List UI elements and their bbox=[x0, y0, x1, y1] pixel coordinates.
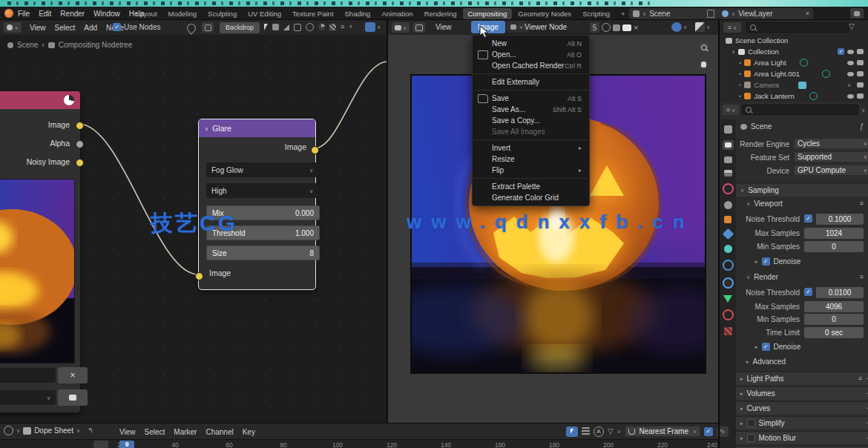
pack-image-icon[interactable] bbox=[622, 24, 631, 31]
simplify-section-header[interactable]: ▸✓Simplify⋯ bbox=[736, 416, 868, 429]
gizmo-triangle-icon[interactable] bbox=[283, 24, 289, 30]
only-selected-toggle-icon[interactable] bbox=[566, 426, 578, 437]
exclude-checkbox-icon[interactable]: ✓ bbox=[838, 48, 844, 55]
snap-toggle-icon[interactable]: ✓ bbox=[704, 427, 713, 436]
scene-selector[interactable]: ∨ Scene bbox=[629, 8, 718, 19]
render-layers-node[interactable]: Image Alpha Noisy Image bbox=[0, 90, 81, 413]
glare-size-slider[interactable]: Size8 bbox=[206, 246, 320, 260]
texture-icon[interactable] bbox=[329, 24, 336, 30]
editor-type-image-icon[interactable]: ∨ bbox=[392, 22, 410, 33]
overlays-menu-icon[interactable]: ≡ bbox=[341, 24, 344, 30]
area-split-border[interactable] bbox=[718, 20, 720, 448]
tab-physics-properties-icon[interactable] bbox=[723, 260, 734, 271]
render-visibility-icon[interactable] bbox=[857, 82, 864, 88]
render-engine-dropdown[interactable]: Cycles∨ bbox=[794, 138, 868, 149]
collapse-node-icon[interactable]: ∨ bbox=[205, 126, 208, 131]
tab-rendering[interactable]: Rendering bbox=[419, 8, 462, 19]
node-menu-add[interactable]: Add bbox=[79, 22, 102, 33]
noisy-image-output-socket[interactable] bbox=[76, 159, 84, 167]
render-visibility-icon[interactable] bbox=[857, 71, 864, 76]
menu-item-save-a-copy[interactable]: Save a Copy... bbox=[473, 115, 589, 126]
tab-tool-icon[interactable] bbox=[724, 125, 732, 134]
snap-node-icon[interactable] bbox=[272, 24, 279, 30]
image-editor-menu-view[interactable]: View bbox=[431, 22, 456, 33]
fake-user-icon[interactable] bbox=[602, 23, 611, 32]
editor-type-outliner-icon[interactable]: ≡∨ bbox=[723, 22, 741, 33]
filter-collapse-icon[interactable]: ↰ bbox=[88, 427, 93, 434]
viewport-noise-threshold-value[interactable]: 0.1000 bbox=[816, 214, 864, 225]
menu-item-flip[interactable]: Flip▸ bbox=[473, 165, 589, 176]
render-visibility-icon[interactable] bbox=[857, 60, 864, 65]
tab-scripting[interactable]: Scripting bbox=[577, 8, 615, 19]
node-menu-view[interactable]: View bbox=[25, 22, 50, 33]
dope-sheet-mode-icon[interactable] bbox=[23, 427, 31, 435]
dopesheet-menu-select[interactable]: Select bbox=[140, 426, 170, 438]
area-split-border[interactable] bbox=[387, 20, 388, 423]
playhead-current-frame[interactable]: 9 bbox=[119, 441, 134, 448]
editor-type-dope-sheet-icon[interactable] bbox=[4, 426, 13, 435]
tab-geometry-nodes[interactable]: Geometry Nodes bbox=[513, 8, 576, 19]
pin-icon[interactable] bbox=[185, 22, 198, 35]
backdrop-button[interactable]: Backdrop bbox=[220, 22, 260, 33]
volumes-section-header[interactable]: ▸Volumes⋯ bbox=[736, 386, 868, 400]
users-count-badge[interactable]: 5 bbox=[590, 22, 599, 33]
render-scene-button[interactable] bbox=[58, 389, 88, 406]
tab-particles-properties-icon[interactable] bbox=[724, 245, 732, 253]
render-denoise-row[interactable]: ▸✓Denoise bbox=[755, 343, 800, 351]
snapping-toggle-icon[interactable] bbox=[365, 22, 375, 32]
outliner-search-input[interactable] bbox=[746, 22, 849, 33]
menu-item-invert[interactable]: Invert▸ bbox=[473, 142, 589, 154]
menu-item-open[interactable]: Open...Alt O bbox=[473, 49, 589, 60]
tab-output-properties-icon[interactable] bbox=[724, 157, 732, 163]
tab-texture-paint[interactable]: Texture Paint bbox=[287, 8, 338, 19]
tab-view-layer-properties-icon[interactable] bbox=[724, 170, 732, 177]
render-subsection-header[interactable]: ∨Render≡ bbox=[746, 273, 864, 281]
tab-texture-properties-icon[interactable] bbox=[724, 327, 732, 335]
chevron-down-icon[interactable]: ∨ bbox=[377, 24, 381, 30]
denoise-checkbox[interactable]: ✓ bbox=[762, 343, 770, 351]
remove-view-layer-icon[interactable]: × bbox=[806, 10, 809, 17]
view-transform-icon[interactable] bbox=[695, 22, 705, 32]
tab-physics2-properties-icon[interactable] bbox=[723, 309, 734, 320]
noise-threshold-checkbox[interactable]: ✓ bbox=[804, 214, 812, 223]
tab-uv-editing[interactable]: UV Editing bbox=[243, 8, 286, 19]
node-menu-select[interactable]: Select bbox=[50, 22, 80, 33]
view-layer-selector[interactable]: ∨ ViewLayer × bbox=[718, 8, 813, 19]
chevron-down-icon[interactable]: ∨ bbox=[16, 428, 20, 433]
zoom-gizmo-icon[interactable] bbox=[699, 42, 708, 52]
sampling-section-header[interactable]: ∨Sampling bbox=[736, 183, 868, 197]
tab-shading[interactable]: Shading bbox=[340, 8, 376, 19]
menu-item-edit-externally[interactable]: Edit Externally bbox=[473, 76, 589, 88]
chevron-down-icon[interactable]: ∨ bbox=[683, 24, 687, 30]
tab-object-properties-icon[interactable] bbox=[724, 216, 731, 223]
glare-image-output-socket[interactable] bbox=[311, 146, 319, 154]
tab-object-data-properties-icon[interactable] bbox=[723, 295, 732, 303]
glare-quality-dropdown[interactable]: High∨ bbox=[206, 183, 318, 198]
alpha-output-socket[interactable] bbox=[76, 140, 84, 148]
image-mode-icon[interactable] bbox=[413, 22, 425, 33]
dopesheet-menu-channel[interactable]: Channel bbox=[201, 426, 237, 438]
add-overlay-icon[interactable]: + bbox=[349, 24, 352, 30]
image-output-socket[interactable] bbox=[76, 122, 84, 130]
pan-hand-gizmo-icon[interactable] bbox=[699, 59, 708, 69]
glare-type-dropdown[interactable]: Fog Glow∨ bbox=[206, 162, 318, 177]
outliner-scene-collection-row[interactable]: Scene Collection bbox=[720, 35, 868, 46]
tab-scene-properties-icon[interactable] bbox=[723, 183, 734, 194]
menu-edit[interactable]: Edit bbox=[34, 8, 56, 19]
render-max-samples-value[interactable]: 4096 bbox=[804, 301, 864, 312]
simplify-checkbox[interactable]: ✓ bbox=[747, 419, 755, 427]
tab-render-properties-icon[interactable] bbox=[723, 140, 734, 150]
tab-layout[interactable]: Layout bbox=[131, 8, 162, 19]
chevron-down-icon[interactable]: ∨ bbox=[706, 24, 710, 30]
circle-select-icon[interactable] bbox=[306, 23, 314, 31]
filter-icon[interactable]: ƒ bbox=[859, 123, 864, 131]
render-visibility-icon[interactable] bbox=[857, 49, 864, 54]
viewport-min-samples-value[interactable]: 0 bbox=[804, 241, 864, 252]
menu-window[interactable]: Window bbox=[89, 8, 125, 19]
unlink-scene-button[interactable]: × bbox=[58, 367, 88, 383]
render-visibility-icon[interactable] bbox=[857, 93, 864, 99]
hide-eye-icon[interactable] bbox=[847, 94, 854, 99]
viewport-denoise-row[interactable]: ▸✓Denoise bbox=[755, 257, 800, 266]
device-dropdown[interactable]: GPU Compute∨ bbox=[794, 165, 868, 176]
filter-icon[interactable]: ▽ bbox=[849, 23, 855, 30]
